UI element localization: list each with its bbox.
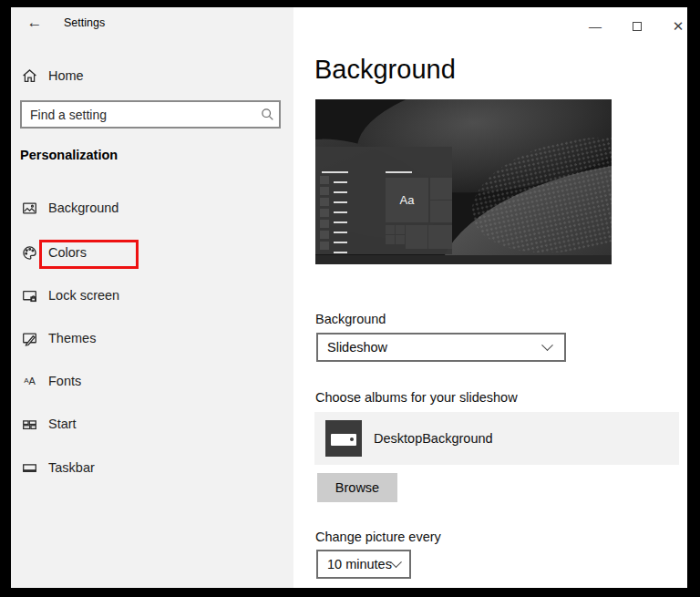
change-picture-select[interactable]: 10 minutes bbox=[316, 550, 411, 579]
preview-taskbar bbox=[315, 255, 612, 264]
preview-tile bbox=[386, 225, 395, 234]
browse-button-label: Browse bbox=[335, 480, 379, 495]
preview-tile bbox=[386, 235, 395, 244]
app-title: Settings bbox=[64, 16, 105, 29]
change-picture-label: Change picture every bbox=[315, 530, 441, 544]
home-icon bbox=[22, 68, 37, 84]
background-preview-image: Aa bbox=[315, 99, 612, 264]
minimize-button[interactable]: — bbox=[582, 15, 609, 38]
chevron-down-icon bbox=[541, 339, 553, 351]
preview-tile bbox=[430, 178, 452, 200]
sidebar-item-label: Lock screen bbox=[48, 288, 119, 303]
album-row[interactable]: DesktopBackground bbox=[314, 412, 679, 465]
change-picture-value: 10 minutes bbox=[318, 557, 392, 571]
page-title: Background bbox=[314, 55, 456, 85]
search-box bbox=[20, 100, 281, 129]
sidebar-item-label: Start bbox=[48, 417, 77, 431]
main-content: — ✕ Background Aa bbox=[293, 7, 687, 588]
background-type-select[interactable]: Slideshow bbox=[316, 333, 566, 362]
sidebar-item-home[interactable]: Home bbox=[11, 62, 293, 89]
lock-screen-icon bbox=[22, 288, 37, 304]
sidebar-item-label: Fonts bbox=[48, 374, 81, 388]
maximize-icon bbox=[633, 22, 642, 31]
sidebar-item-background[interactable]: Background bbox=[11, 194, 293, 221]
sidebar-item-lock-screen[interactable]: Lock screen bbox=[11, 282, 293, 309]
preview-menu-line bbox=[386, 171, 412, 173]
preview-menu-lines bbox=[334, 181, 347, 254]
preview-menu-line bbox=[322, 171, 348, 173]
albums-label: Choose albums for your slideshow bbox=[315, 390, 518, 405]
maximize-button[interactable] bbox=[623, 15, 651, 38]
sidebar-item-colors[interactable]: Colors bbox=[11, 239, 293, 266]
palette-icon bbox=[22, 245, 37, 261]
fonts-icon: AA bbox=[22, 374, 37, 389]
preview-tile bbox=[396, 225, 405, 234]
browse-button[interactable]: Browse bbox=[317, 473, 397, 502]
themes-icon bbox=[22, 331, 37, 346]
preview-aa-label: Aa bbox=[400, 193, 415, 207]
minimize-icon: — bbox=[589, 19, 602, 34]
background-type-value: Slideshow bbox=[318, 340, 543, 355]
preview-tile bbox=[428, 225, 452, 249]
sidebar-item-label: Background bbox=[48, 201, 118, 215]
search-icon[interactable] bbox=[255, 102, 279, 127]
sidebar-item-label: Themes bbox=[48, 331, 96, 345]
album-name: DesktopBackground bbox=[374, 431, 493, 446]
sidebar-item-themes[interactable]: Themes bbox=[11, 324, 293, 352]
sidebar-item-label: Colors bbox=[48, 245, 87, 260]
section-title: Personalization bbox=[20, 148, 118, 162]
close-button[interactable]: ✕ bbox=[664, 15, 687, 38]
preview-tile-column bbox=[320, 176, 329, 252]
sidebar-item-start[interactable]: Start bbox=[11, 410, 293, 437]
preview-tile bbox=[396, 235, 405, 244]
back-arrow-icon: ← bbox=[27, 14, 43, 32]
sidebar-item-label: Taskbar bbox=[48, 460, 95, 475]
search-input[interactable] bbox=[22, 102, 255, 127]
taskbar-icon bbox=[22, 460, 37, 476]
sidebar-item-label: Home bbox=[48, 68, 84, 83]
sidebar: ← Settings Home Personalization Backgrou… bbox=[11, 7, 293, 588]
image-icon bbox=[22, 201, 37, 216]
back-button[interactable]: ← bbox=[22, 12, 47, 34]
album-folder-icon bbox=[325, 420, 362, 457]
background-dropdown-label: Background bbox=[315, 312, 386, 326]
chevron-down-icon bbox=[390, 556, 402, 568]
sidebar-item-taskbar[interactable]: Taskbar bbox=[11, 454, 293, 481]
preview-tile bbox=[430, 201, 452, 222]
settings-window: ← Settings Home Personalization Backgrou… bbox=[11, 7, 687, 588]
start-icon bbox=[22, 417, 37, 432]
preview-tile bbox=[406, 225, 427, 249]
close-icon: ✕ bbox=[673, 18, 685, 35]
preview-start-menu: Aa bbox=[315, 147, 452, 254]
preview-aa-tile: Aa bbox=[386, 178, 428, 222]
sidebar-item-fonts[interactable]: AA Fonts bbox=[11, 367, 293, 395]
